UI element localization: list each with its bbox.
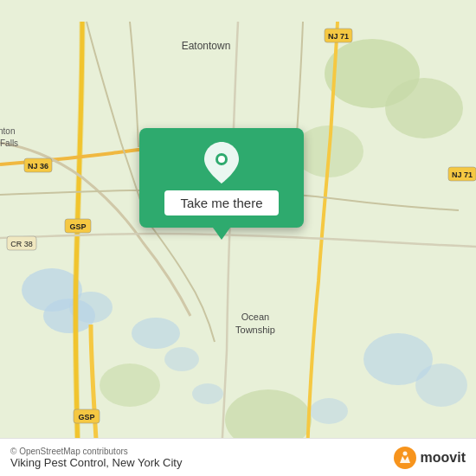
svg-text:Falls: Falls (0, 138, 18, 148)
svg-point-11 (385, 78, 463, 138)
svg-text:GSP: GSP (78, 413, 94, 421)
svg-text:CR 38: CR 38 (10, 240, 33, 248)
svg-point-7 (415, 363, 467, 407)
attribution-text: © OpenStreetMap contributors (10, 447, 182, 456)
bottom-info: © OpenStreetMap contributors Viking Pest… (10, 447, 182, 469)
svg-point-33 (218, 156, 225, 163)
svg-text:nton: nton (0, 126, 15, 136)
map-container: NJ 36 NJ 71 NJ 71 CR 38 GSP GSP Eatontow… (0, 0, 476, 476)
moovit-logo: moovit (393, 446, 466, 470)
place-name: Viking Pest Control, New York City (10, 456, 182, 469)
svg-text:Eatontown: Eatontown (182, 40, 231, 52)
svg-point-5 (164, 347, 199, 371)
popup-card: Take me there (139, 128, 304, 228)
moovit-icon (393, 446, 417, 470)
svg-point-35 (402, 451, 407, 455)
svg-text:NJ 71: NJ 71 (452, 170, 473, 179)
svg-point-14 (100, 363, 160, 407)
svg-point-4 (132, 318, 180, 349)
bottom-bar: © OpenStreetMap contributors Viking Pest… (0, 438, 476, 476)
svg-text:Township: Township (235, 325, 275, 335)
svg-text:Ocean: Ocean (241, 312, 269, 322)
svg-text:GSP: GSP (69, 222, 86, 231)
svg-text:NJ 71: NJ 71 (328, 32, 349, 41)
location-icon (203, 144, 241, 182)
svg-text:NJ 36: NJ 36 (28, 162, 48, 170)
take-me-there-button[interactable]: Take me there (164, 190, 278, 215)
svg-point-8 (310, 398, 348, 424)
svg-point-9 (192, 383, 223, 404)
map-background: NJ 36 NJ 71 NJ 71 CR 38 GSP GSP Eatontow… (0, 0, 476, 476)
moovit-brand-name: moovit (421, 450, 466, 466)
svg-point-34 (394, 447, 416, 469)
